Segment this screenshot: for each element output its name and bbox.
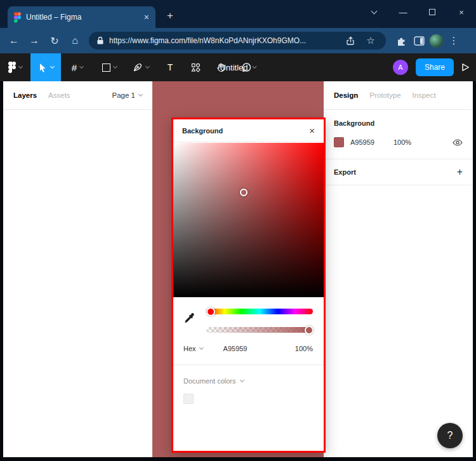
opacity-slider-handle[interactable]	[305, 326, 314, 335]
share-button[interactable]: Share	[416, 58, 454, 76]
hue-slider[interactable]	[206, 309, 313, 314]
browser-tab[interactable]: Untitled – Figma ×	[8, 6, 155, 28]
tab-layers[interactable]: Layers	[13, 91, 37, 99]
chevron-down-icon	[112, 64, 117, 69]
hue-slider-handle[interactable]	[206, 307, 215, 316]
move-cursor-icon	[37, 62, 48, 73]
picker-divider	[173, 364, 324, 365]
share-page-icon[interactable]	[343, 33, 358, 48]
lock-icon	[96, 36, 104, 45]
pen-tool-button[interactable]	[124, 53, 157, 81]
window-controls: — ×	[359, 0, 476, 24]
color-picker-header: Background ×	[173, 119, 324, 142]
color-cursor[interactable]	[240, 189, 248, 196]
page-selector-label: Page 1	[112, 91, 135, 99]
back-button[interactable]: ←	[5, 32, 23, 50]
color-format-dropdown[interactable]: Hex	[183, 345, 203, 352]
color-format-label: Hex	[183, 345, 196, 352]
chevron-down-icon	[79, 64, 84, 69]
figma-favicon-icon	[14, 12, 21, 23]
shape-tool-button[interactable]	[94, 53, 124, 81]
resources-tool-button[interactable]	[183, 53, 208, 81]
background-color-row: A95959 100%	[334, 137, 463, 147]
browser-menu-icon[interactable]: ⋮	[446, 33, 461, 48]
background-color-swatch[interactable]	[334, 137, 344, 147]
background-opacity-value[interactable]: 100%	[393, 138, 411, 146]
present-button[interactable]	[461, 63, 470, 72]
properties-panel-tabs: Design Prototype Inspect	[324, 81, 473, 110]
document-colors-dropdown[interactable]: Document colors	[183, 377, 244, 385]
page-selector[interactable]: Page 1	[112, 91, 142, 99]
chevron-down-icon	[138, 92, 143, 97]
bookmark-star-icon[interactable]: ☆	[363, 33, 378, 48]
tab-design[interactable]: Design	[334, 91, 358, 99]
color-picker-panel: Background × Hex	[171, 117, 326, 453]
figma-logo-icon	[8, 62, 16, 73]
chevron-down-icon	[145, 64, 150, 69]
background-section-title: Background	[334, 119, 463, 127]
layers-panel-header: Layers Assets Page 1	[3, 81, 152, 110]
pen-icon	[133, 62, 143, 72]
new-tab-button[interactable]: +	[163, 9, 177, 23]
move-tool-button[interactable]	[30, 53, 61, 81]
hex-input-row: Hex A95959 100%	[183, 345, 313, 352]
help-button[interactable]: ?	[437, 423, 463, 448]
eyedropper-button[interactable]	[183, 312, 195, 326]
tab-prototype[interactable]: Prototype	[369, 91, 400, 99]
figma-toolbar: # T	[0, 53, 476, 81]
document-color-swatch[interactable]	[183, 394, 194, 404]
eye-icon	[453, 139, 463, 146]
chevron-down-icon	[18, 64, 23, 69]
browser-titlebar: Untitled – Figma × + — ×	[0, 0, 476, 28]
add-export-button[interactable]: +	[457, 167, 463, 177]
minimize-button[interactable]: —	[388, 0, 418, 24]
chevron-down-icon	[240, 378, 244, 382]
eyedropper-icon	[183, 312, 195, 324]
screen: Untitled – Figma × + — × ← → ↻ ⌂ https:/…	[0, 0, 476, 461]
resources-icon	[191, 63, 201, 72]
layers-panel: Layers Assets Page 1	[3, 81, 152, 457]
file-name-menu[interactable]: Untitled	[220, 53, 256, 81]
browser-addressbar: ← → ↻ ⌂ https://www.figma.com/file/nW8nK…	[0, 28, 476, 53]
frame-icon: #	[72, 62, 77, 73]
canvas[interactable]: Layers Assets Page 1 Design Prototype In…	[3, 81, 473, 457]
close-picker-icon[interactable]: ×	[309, 126, 315, 135]
tab-search-button[interactable]	[359, 0, 388, 24]
url-bar[interactable]: https://www.figma.com/file/nW8nKoPdANnjr…	[89, 32, 386, 50]
opacity-slider[interactable]	[206, 327, 313, 333]
text-tool-button[interactable]: T	[157, 53, 183, 81]
close-window-button[interactable]: ×	[447, 0, 476, 24]
rectangle-icon	[102, 63, 110, 72]
background-hex-value[interactable]: A95959	[350, 138, 374, 146]
export-section-title: Export	[334, 168, 356, 176]
chevron-down-icon	[199, 345, 204, 350]
home-button[interactable]: ⌂	[66, 32, 84, 50]
close-tab-icon[interactable]: ×	[144, 13, 149, 22]
opacity-value-input[interactable]: 100%	[295, 345, 313, 352]
reload-button[interactable]: ↻	[46, 32, 63, 50]
maximize-icon	[429, 9, 435, 15]
user-avatar[interactable]: A	[393, 60, 408, 75]
figma-main-menu[interactable]	[0, 53, 30, 81]
extensions-puzzle-icon[interactable]	[393, 33, 409, 48]
visibility-toggle[interactable]	[453, 139, 463, 146]
saturation-value-gradient[interactable]	[173, 143, 324, 297]
background-section: Background A95959 100%	[324, 110, 473, 159]
frame-tool-button[interactable]: #	[61, 53, 94, 81]
chevron-down-icon	[371, 8, 377, 15]
chevron-down-icon	[50, 64, 55, 69]
toolbar-right-cluster: A Share	[393, 53, 470, 81]
play-icon	[461, 63, 470, 72]
tab-assets[interactable]: Assets	[48, 91, 70, 99]
file-name: Untitled	[220, 63, 248, 72]
side-panel-icon[interactable]	[411, 33, 426, 48]
opacity-gradient	[206, 327, 313, 333]
browser-profile-avatar[interactable]	[429, 34, 444, 48]
forward-button[interactable]: →	[25, 32, 43, 50]
properties-panel: Design Prototype Inspect Background A959…	[324, 81, 473, 457]
chevron-down-icon	[253, 64, 257, 69]
tab-title: Untitled – Figma	[26, 13, 139, 22]
hex-value-input[interactable]: A95959	[223, 345, 248, 352]
maximize-button[interactable]	[418, 0, 447, 24]
tab-inspect[interactable]: Inspect	[413, 91, 436, 99]
